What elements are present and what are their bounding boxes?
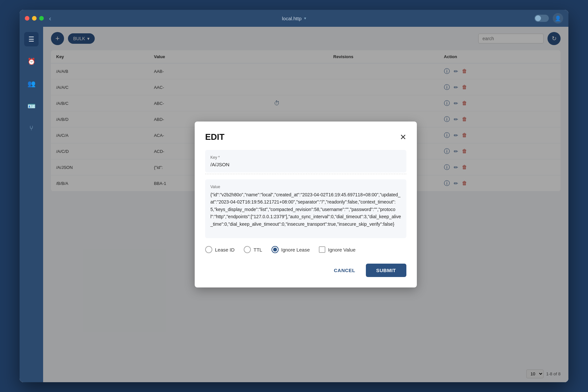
sidebar-item-badge[interactable]: 🪪: [24, 99, 39, 113]
option-lease-id[interactable]: Lease ID: [205, 246, 235, 253]
title-text: local.http: [282, 16, 302, 21]
option-ignore-lease[interactable]: Ignore Lease: [271, 246, 310, 253]
field-divider: [205, 174, 406, 174]
modal-close-button[interactable]: ✕: [400, 133, 406, 141]
value-content[interactable]: {"id":"v2b2h80o","name":"local","created…: [210, 191, 401, 228]
options-row: Lease ID TTL Ignore Lease: [205, 246, 406, 253]
cancel-button[interactable]: CANCEL: [329, 264, 361, 276]
sidebar-item-clock[interactable]: ⏰: [24, 54, 39, 69]
lease-id-radio[interactable]: [205, 246, 212, 253]
key-value[interactable]: /A/JSON: [210, 162, 401, 167]
option-ignore-value[interactable]: Ignore Value: [319, 246, 355, 253]
close-window-button[interactable]: [25, 16, 29, 21]
back-button[interactable]: ‹: [49, 15, 51, 22]
sidebar-item-users[interactable]: 👥: [24, 76, 39, 91]
ignore-lease-label: Ignore Lease: [281, 247, 310, 253]
clock-icon: ⏰: [27, 57, 36, 65]
modal-footer: CANCEL SUBMIT: [205, 264, 406, 277]
user-avatar: 👤: [553, 13, 563, 24]
ignore-value-checkbox[interactable]: [319, 246, 325, 253]
titlebar-right: 👤: [534, 13, 563, 24]
submit-button[interactable]: SUBMIT: [366, 264, 407, 277]
lease-id-label: Lease ID: [215, 247, 235, 253]
ttl-radio[interactable]: [244, 246, 251, 253]
modal-overlay: EDIT ✕ Key * /A/JSON Value {"id":"v2b2h8…: [43, 27, 568, 382]
sidebar-item-merge[interactable]: ⑂: [24, 121, 39, 135]
option-ttl[interactable]: TTL: [244, 246, 262, 253]
badge-icon: 🪪: [27, 102, 36, 110]
ignore-value-label: Ignore Value: [328, 247, 355, 253]
theme-toggle[interactable]: [534, 15, 549, 22]
ignore-lease-radio[interactable]: [271, 246, 279, 253]
main-content: + BULK ▾ ↻ Key Value: [43, 27, 568, 382]
titlebar: ‹ local.http ▾ 👤: [20, 10, 568, 27]
users-icon: 👥: [27, 80, 36, 88]
merge-icon: ⑂: [29, 124, 33, 132]
edit-modal: EDIT ✕ Key * /A/JSON Value {"id":"v2b2h8…: [195, 122, 417, 287]
key-field: Key * /A/JSON: [205, 150, 406, 172]
sidebar: ☰ ⏰ 👥 🪪 ⑂: [20, 27, 43, 382]
list-icon: ☰: [28, 35, 34, 43]
window-controls: [25, 16, 44, 21]
modal-header: EDIT ✕: [205, 132, 406, 142]
title-chevron[interactable]: ▾: [304, 16, 306, 21]
window-title: local.http ▾: [282, 16, 306, 21]
value-label: Value: [210, 185, 401, 189]
minimize-window-button[interactable]: [32, 16, 37, 21]
modal-title: EDIT: [205, 132, 224, 142]
maximize-window-button[interactable]: [39, 16, 44, 21]
key-label: Key *: [210, 155, 401, 160]
radio-inner: [273, 248, 277, 252]
sidebar-item-list[interactable]: ☰: [24, 32, 39, 46]
value-field: Value {"id":"v2b2h80o","name":"local","c…: [205, 179, 406, 238]
ttl-label: TTL: [253, 247, 262, 253]
